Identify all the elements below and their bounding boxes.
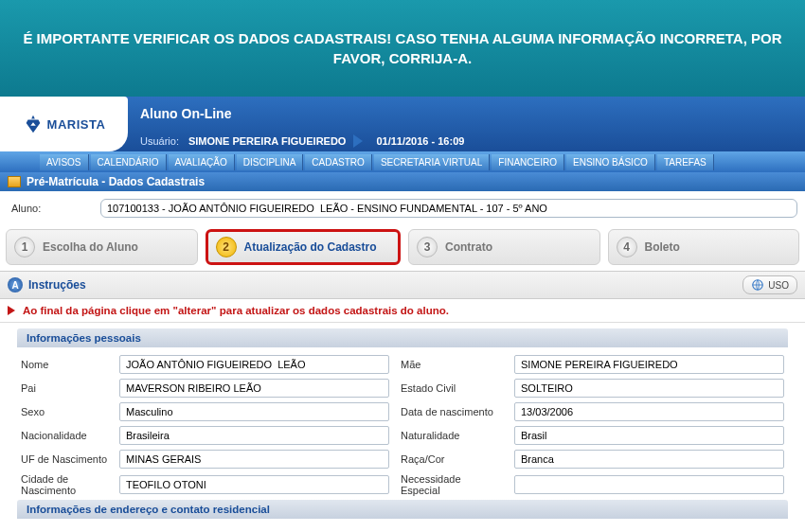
- label-naturalidade: Naturalidade: [401, 430, 503, 441]
- section-icon: [8, 176, 21, 187]
- uso-label: USO: [768, 280, 789, 291]
- label-mae: Mãe: [401, 359, 503, 370]
- header-bar: MARISTA Aluno On-Line Usuário: SIMONE PE…: [0, 97, 805, 151]
- menu-calendario[interactable]: CALENDÁRIO: [91, 154, 167, 170]
- marista-emblem-icon: [23, 114, 44, 134]
- step-label: Contrato: [445, 240, 492, 254]
- user-name: SIMONE PEREIRA FIGUEIREDO: [188, 135, 346, 147]
- alert-row: Ao final da página clique em "alterar" p…: [0, 299, 805, 323]
- label-uf-nasc: UF de Nascimento: [21, 453, 108, 465]
- label-sexo: Sexo: [21, 406, 108, 417]
- menu-cadastro[interactable]: CADASTRO: [305, 154, 372, 170]
- user-line: Usuário: SIMONE PEREIRA FIGUEIREDO 01/11…: [140, 134, 464, 148]
- label-necessidade: Necessidade Especial: [401, 473, 503, 496]
- input-cidade-nasc[interactable]: [119, 475, 389, 494]
- section-title: Pré-Matrícula - Dados Cadastrais: [27, 175, 205, 188]
- input-estado-civil[interactable]: [514, 379, 784, 398]
- step-label: Escolha do Aluno: [43, 240, 138, 254]
- input-necessidade[interactable]: [514, 475, 784, 494]
- instructions-bar: A Instruções USO: [0, 271, 805, 299]
- top-banner: É IMPORTANTE VERIFICAR OS DADOS CADASTRA…: [0, 0, 805, 97]
- step-number: 1: [14, 237, 35, 257]
- input-uf-nasc[interactable]: [119, 450, 389, 469]
- menu-ensino-basico[interactable]: ENSINO BÁSICO: [566, 154, 655, 170]
- user-label: Usuário:: [140, 135, 179, 147]
- panel-personal: Informações pessoais Nome Mãe Pai Estado…: [17, 328, 788, 519]
- input-pai[interactable]: [119, 379, 389, 398]
- step-label: Atualização do Cadastro: [244, 240, 377, 254]
- label-nacionalidade: Nacionalidade: [21, 430, 108, 441]
- label-cidade-nasc: Cidade de Nascimento: [21, 473, 108, 496]
- menu-avisos[interactable]: AVISOS: [40, 154, 89, 170]
- step-escolha-aluno[interactable]: 1 Escolha do Aluno: [6, 229, 198, 265]
- step-number: 2: [216, 237, 237, 257]
- brand-logo: MARISTA: [0, 97, 128, 151]
- banner-text: É IMPORTANTE VERIFICAR OS DADOS CADASTRA…: [23, 30, 781, 66]
- label-nome: Nome: [21, 359, 108, 370]
- label-estado-civil: Estado Civil: [401, 382, 503, 394]
- personal-form: Nome Mãe Pai Estado Civil Sexo Data de n…: [17, 347, 788, 496]
- alert-text: Ao final da página clique em "alterar" p…: [23, 305, 449, 316]
- step-number: 4: [617, 237, 637, 257]
- instructions-label: Instruções: [28, 278, 86, 292]
- input-sexo[interactable]: [119, 402, 389, 421]
- input-data-nasc[interactable]: [514, 402, 784, 421]
- menu-tarefas[interactable]: TAREFAS: [657, 154, 714, 170]
- datetime: 01/11/2016 - 16:09: [376, 135, 464, 147]
- menu-secretaria[interactable]: SECRETARIA VIRTUAL: [374, 154, 490, 170]
- menu-financeiro[interactable]: FINANCEIRO: [492, 154, 564, 170]
- input-mae[interactable]: [514, 355, 784, 374]
- globe-icon: [751, 278, 764, 292]
- input-naturalidade[interactable]: [514, 426, 784, 445]
- label-pai: Pai: [21, 382, 108, 394]
- brand-name: MARISTA: [47, 117, 106, 132]
- wizard-steps: 1 Escolha do Aluno 2 Atualização do Cada…: [0, 225, 805, 271]
- input-nome[interactable]: [119, 355, 389, 374]
- chevron-right-icon: [353, 134, 363, 148]
- step-boleto[interactable]: 4 Boleto: [608, 229, 800, 265]
- app-title: Aluno On-Line: [140, 106, 231, 121]
- input-nacionalidade[interactable]: [119, 426, 389, 445]
- label-raca: Raça/Cor: [401, 453, 503, 465]
- step-label: Boleto: [645, 240, 680, 254]
- step-atualizacao-cadastro[interactable]: 2 Atualização do Cadastro: [206, 229, 402, 265]
- aluno-row: Aluno:: [0, 191, 805, 225]
- uso-button[interactable]: USO: [742, 275, 797, 294]
- label-data-nasc: Data de nascimento: [401, 406, 503, 417]
- alert-arrow-icon: [8, 306, 15, 315]
- instructions-badge-icon: A: [8, 277, 23, 293]
- step-number: 3: [417, 237, 438, 257]
- panel-personal-title: Informações pessoais: [17, 328, 788, 347]
- panel-address-title: Informações de endereço e contato reside…: [17, 500, 788, 519]
- aluno-input[interactable]: [100, 199, 797, 218]
- menu-avaliacao[interactable]: AVALIAÇÃO: [169, 154, 235, 170]
- input-raca[interactable]: [514, 450, 784, 469]
- step-contrato[interactable]: 3 Contrato: [408, 229, 600, 265]
- main-menu: AVISOS CALENDÁRIO AVALIAÇÃO DISCIPLINA C…: [0, 151, 805, 172]
- menu-disciplina[interactable]: DISCIPLINA: [237, 154, 304, 170]
- section-bar: Pré-Matrícula - Dados Cadastrais: [0, 172, 805, 191]
- aluno-label: Aluno:: [11, 203, 93, 214]
